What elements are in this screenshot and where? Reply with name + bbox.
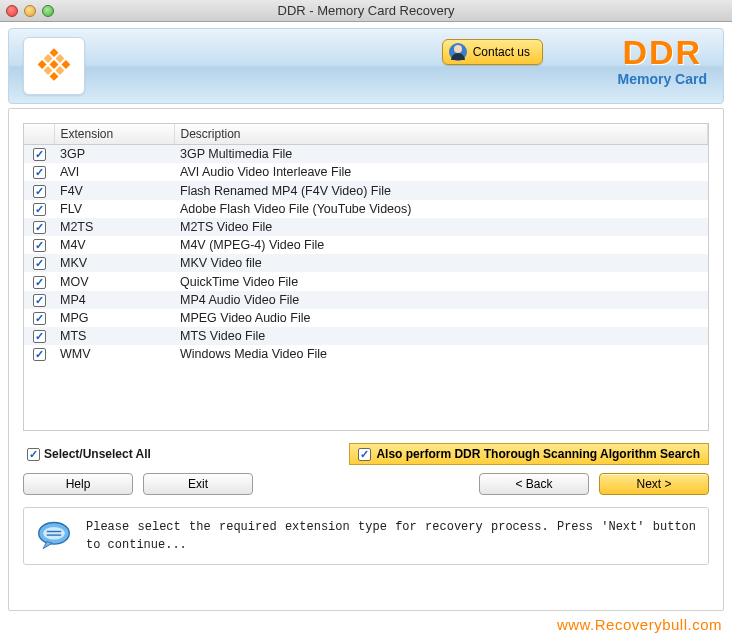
svg-rect-1 bbox=[55, 54, 64, 63]
select-all-toggle[interactable]: Select/Unselect All bbox=[27, 447, 151, 461]
brand-subtitle: Memory Card bbox=[618, 71, 707, 87]
row-checkbox-icon[interactable] bbox=[33, 312, 46, 325]
row-description: AVI Audio Video Interleave File bbox=[174, 163, 708, 181]
row-description: M2TS Video File bbox=[174, 218, 708, 236]
row-description: MP4 Audio Video File bbox=[174, 291, 708, 309]
row-checkbox-icon[interactable] bbox=[33, 203, 46, 216]
contact-us-button[interactable]: Contact us bbox=[442, 39, 543, 65]
row-description: M4V (MPEG-4) Video File bbox=[174, 236, 708, 254]
row-extension: MPG bbox=[54, 309, 174, 327]
row-description: MKV Video file bbox=[174, 254, 708, 272]
row-extension: MOV bbox=[54, 272, 174, 290]
table-row[interactable]: MPGMPEG Video Audio File bbox=[24, 309, 708, 327]
thorough-label: Also perform DDR Thorough Scanning Algor… bbox=[376, 447, 700, 461]
row-extension: M2TS bbox=[54, 218, 174, 236]
row-extension: M4V bbox=[54, 236, 174, 254]
table-row[interactable]: M4VM4V (MPEG-4) Video File bbox=[24, 236, 708, 254]
extension-table-wrap[interactable]: Extension Description 3GP3GP Multimedia … bbox=[23, 123, 709, 431]
header-description[interactable]: Description bbox=[174, 124, 708, 145]
table-row[interactable]: AVIAVI Audio Video Interleave File bbox=[24, 163, 708, 181]
row-checkbox-icon[interactable] bbox=[33, 276, 46, 289]
row-extension: MTS bbox=[54, 327, 174, 345]
svg-rect-4 bbox=[50, 60, 59, 69]
row-checkbox-icon[interactable] bbox=[33, 239, 46, 252]
window-title: DDR - Memory Card Recovery bbox=[0, 3, 732, 18]
svg-point-10 bbox=[43, 527, 65, 540]
titlebar: DDR - Memory Card Recovery bbox=[0, 0, 732, 22]
thorough-checkbox-icon[interactable] bbox=[358, 448, 371, 461]
svg-rect-2 bbox=[61, 60, 70, 69]
row-checkbox-icon[interactable] bbox=[33, 348, 46, 361]
header-checkbox[interactable] bbox=[24, 124, 54, 145]
maximize-icon[interactable] bbox=[42, 5, 54, 17]
app-logo bbox=[23, 37, 85, 95]
controls-row-2: Help Exit < Back Next > bbox=[23, 473, 709, 495]
header-extension[interactable]: Extension bbox=[54, 124, 174, 145]
row-checkbox-icon[interactable] bbox=[33, 185, 46, 198]
svg-rect-8 bbox=[50, 72, 59, 81]
exit-button[interactable]: Exit bbox=[143, 473, 253, 495]
row-extension: MKV bbox=[54, 254, 174, 272]
main-panel: Extension Description 3GP3GP Multimedia … bbox=[8, 108, 724, 611]
row-checkbox-icon[interactable] bbox=[33, 166, 46, 179]
row-extension: 3GP bbox=[54, 145, 174, 164]
brand-block: DDR Memory Card bbox=[618, 35, 707, 87]
minimize-icon[interactable] bbox=[24, 5, 36, 17]
row-description: MTS Video File bbox=[174, 327, 708, 345]
info-text: Please select the required extension typ… bbox=[86, 518, 696, 554]
row-description: QuickTime Video File bbox=[174, 272, 708, 290]
row-description: Flash Renamed MP4 (F4V Video) File bbox=[174, 181, 708, 199]
select-all-checkbox-icon[interactable] bbox=[27, 448, 40, 461]
row-checkbox-icon[interactable] bbox=[33, 294, 46, 307]
table-row[interactable]: F4VFlash Renamed MP4 (F4V Video) File bbox=[24, 181, 708, 199]
thorough-scan-toggle[interactable]: Also perform DDR Thorough Scanning Algor… bbox=[349, 443, 709, 465]
help-button[interactable]: Help bbox=[23, 473, 133, 495]
table-row[interactable]: MP4MP4 Audio Video File bbox=[24, 291, 708, 309]
svg-rect-5 bbox=[55, 66, 64, 75]
controls-row-1: Select/Unselect All Also perform DDR Tho… bbox=[23, 443, 709, 465]
table-row[interactable]: FLVAdobe Flash Video File (YouTube Video… bbox=[24, 200, 708, 218]
table-row[interactable]: MTSMTS Video File bbox=[24, 327, 708, 345]
row-checkbox-icon[interactable] bbox=[33, 221, 46, 234]
svg-rect-3 bbox=[44, 54, 53, 63]
row-description: Adobe Flash Video File (YouTube Videos) bbox=[174, 200, 708, 218]
row-description: 3GP Multimedia File bbox=[174, 145, 708, 164]
watermark: www.Recoverybull.com bbox=[557, 616, 722, 633]
info-box: Please select the required extension typ… bbox=[23, 507, 709, 565]
row-checkbox-icon[interactable] bbox=[33, 148, 46, 161]
row-extension: FLV bbox=[54, 200, 174, 218]
svg-rect-0 bbox=[50, 48, 59, 57]
row-description: MPEG Video Audio File bbox=[174, 309, 708, 327]
window-controls bbox=[6, 5, 54, 17]
speech-bubble-icon bbox=[36, 518, 72, 554]
table-row[interactable]: 3GP3GP Multimedia File bbox=[24, 145, 708, 164]
close-icon[interactable] bbox=[6, 5, 18, 17]
table-row[interactable]: MOVQuickTime Video File bbox=[24, 272, 708, 290]
person-icon bbox=[449, 43, 467, 61]
row-checkbox-icon[interactable] bbox=[33, 257, 46, 270]
next-button[interactable]: Next > bbox=[599, 473, 709, 495]
banner: Contact us DDR Memory Card bbox=[8, 28, 724, 104]
row-extension: F4V bbox=[54, 181, 174, 199]
back-button[interactable]: < Back bbox=[479, 473, 589, 495]
contact-label: Contact us bbox=[473, 45, 530, 59]
diamond-grid-icon bbox=[33, 45, 75, 87]
table-row[interactable]: WMVWindows Media Video File bbox=[24, 345, 708, 363]
row-extension: MP4 bbox=[54, 291, 174, 309]
select-all-label: Select/Unselect All bbox=[44, 447, 151, 461]
svg-rect-7 bbox=[44, 66, 53, 75]
brand-title: DDR bbox=[618, 35, 707, 69]
row-extension: WMV bbox=[54, 345, 174, 363]
table-row[interactable]: MKVMKV Video file bbox=[24, 254, 708, 272]
svg-rect-6 bbox=[38, 60, 47, 69]
row-extension: AVI bbox=[54, 163, 174, 181]
row-checkbox-icon[interactable] bbox=[33, 330, 46, 343]
extension-table: Extension Description 3GP3GP Multimedia … bbox=[24, 124, 708, 363]
table-row[interactable]: M2TSM2TS Video File bbox=[24, 218, 708, 236]
row-description: Windows Media Video File bbox=[174, 345, 708, 363]
